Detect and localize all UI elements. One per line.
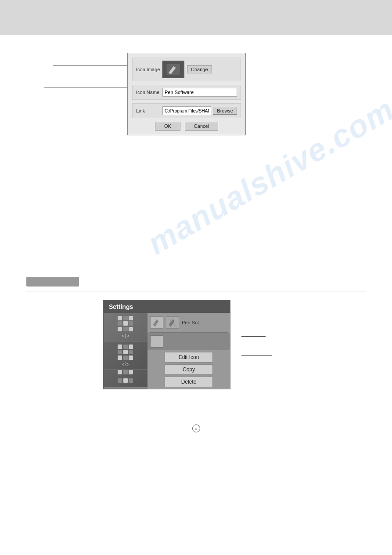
- dialog-icon-image-label: Icon Image: [136, 67, 162, 72]
- mini-icon-2: [166, 316, 179, 329]
- grid-dot: [129, 378, 133, 383]
- grid-dot: [129, 321, 133, 326]
- grid-dot: [123, 316, 128, 320]
- grid-dot: [123, 370, 128, 374]
- grid-dot: [129, 316, 133, 320]
- grid-dot: [118, 345, 122, 349]
- grid-dot: [118, 378, 122, 383]
- grid-dot: [129, 355, 133, 360]
- dialog-icon-name-row: Icon Name: [132, 85, 241, 100]
- settings-title: Settings: [109, 303, 133, 310]
- settings-item-1[interactable]: <1>: [104, 313, 147, 341]
- grid-dot: [123, 350, 128, 354]
- item-3-icon-grid: [118, 370, 133, 385]
- change-button[interactable]: Change: [187, 65, 212, 73]
- dialog-icon-name-label: Icon Name: [136, 90, 162, 95]
- item-2-icon-grid: [118, 345, 133, 360]
- settings-item-3[interactable]: [104, 370, 147, 388]
- cancel-button[interactable]: Cancel: [185, 122, 218, 131]
- edit-icon-dialog: Icon Image Change Icon Name: [127, 53, 246, 135]
- grid-dot: [123, 378, 128, 383]
- grid-dot: [118, 321, 122, 326]
- settings-body: <1>: [104, 313, 230, 389]
- link-input[interactable]: [162, 106, 211, 115]
- item-2-preview: [150, 335, 163, 348]
- edit-icon-button[interactable]: Edit Icon: [165, 352, 213, 363]
- svg-marker-4: [153, 319, 158, 326]
- settings-right-column: Pen Sof... Edit Icon Copy Delete: [147, 313, 230, 389]
- svg-marker-5: [169, 319, 174, 326]
- settings-right-top: Pen Sof...: [147, 313, 230, 332]
- annotation-copy: [241, 346, 272, 365]
- grid-dot: [118, 370, 122, 374]
- settings-action-buttons: Edit Icon Copy Delete: [147, 350, 230, 389]
- copy-button[interactable]: Copy: [165, 364, 213, 375]
- top-header-bar: [0, 0, 392, 35]
- grid-dot: [129, 350, 133, 354]
- settings-panel: Settings: [103, 300, 230, 389]
- grid-dot: [118, 316, 122, 320]
- annotation-delete: [241, 365, 272, 385]
- annotation-icon-image: [53, 65, 127, 65]
- annotation-link: [35, 107, 127, 107]
- grid-dot: [118, 350, 122, 354]
- grid-dot: [123, 327, 128, 331]
- annotation-icon-name: [44, 87, 127, 87]
- ok-button[interactable]: OK: [155, 122, 180, 131]
- dialog-icon-preview: [162, 61, 184, 78]
- grid-dot: [118, 355, 122, 360]
- item-1-icon-grid: [118, 316, 133, 332]
- grid-dot: [129, 345, 133, 349]
- grid-dot: [129, 327, 133, 331]
- icon-name-input[interactable]: [162, 88, 237, 97]
- delete-button[interactable]: Delete: [165, 377, 213, 387]
- settings-section: Settings: [26, 300, 366, 389]
- grid-dot: [123, 355, 128, 360]
- settings-icons-column: <1>: [104, 313, 147, 389]
- settings-item-2[interactable]: <2>: [104, 341, 147, 370]
- pen-soft-label: Pen Sof...: [182, 320, 203, 325]
- settings-header: Settings: [104, 301, 230, 313]
- grid-dot: [123, 321, 128, 326]
- mini-icon-1: [150, 316, 163, 329]
- dialog-icon-image-row: Icon Image Change: [132, 58, 241, 81]
- item-1-label: <1>: [122, 334, 129, 338]
- grid-dot: [118, 327, 122, 331]
- grid-dot: [129, 370, 133, 374]
- browse-button[interactable]: Browse: [213, 107, 237, 115]
- grid-dot: [123, 345, 128, 349]
- dialog-link-label: Link: [136, 108, 162, 113]
- dialog-link-row: Link Browse: [132, 103, 241, 118]
- item-2-label: <2>: [122, 362, 129, 367]
- dialog-footer: OK Cancel: [132, 122, 241, 131]
- page-number: ○: [192, 424, 200, 432]
- section-divider: [26, 291, 366, 291]
- annotation-edit-icon: [241, 326, 272, 346]
- gray-label-bar: [26, 277, 79, 287]
